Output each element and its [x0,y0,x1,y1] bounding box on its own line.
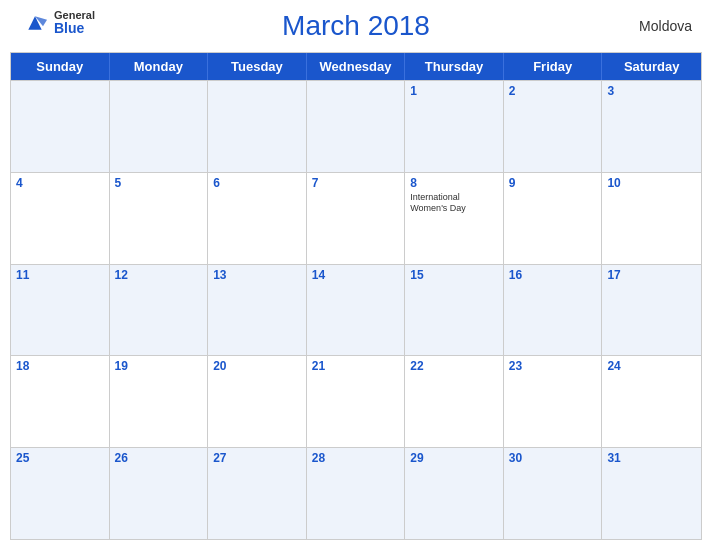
day-cell-6-1-2: 6 [208,173,307,264]
day-number: 26 [115,451,128,465]
day-cell-empty-0-1 [110,81,209,172]
day-cell-11-2-0: 11 [11,265,110,356]
day-number: 29 [410,451,423,465]
header-wednesday: Wednesday [307,53,406,80]
day-number: 12 [115,268,128,282]
day-number: 6 [213,176,220,190]
day-number: 18 [16,359,29,373]
weeks-container: 12345678International Women's Day9101112… [11,80,701,539]
header-friday: Friday [504,53,603,80]
day-number: 15 [410,268,423,282]
day-number: 17 [607,268,620,282]
day-cell-16-2-5: 16 [504,265,603,356]
day-cell-31-4-6: 31 [602,448,701,539]
day-number: 20 [213,359,226,373]
day-number: 10 [607,176,620,190]
day-cell-19-3-1: 19 [110,356,209,447]
week-row-3: 11121314151617 [11,264,701,356]
logo: General Blue [20,10,95,35]
day-number: 27 [213,451,226,465]
week-row-5: 25262728293031 [11,447,701,539]
day-cell-24-3-6: 24 [602,356,701,447]
day-cell-2-0-5: 2 [504,81,603,172]
day-number: 28 [312,451,325,465]
event-label: International Women's Day [410,192,498,215]
day-number: 2 [509,84,516,98]
day-number: 25 [16,451,29,465]
day-cell-20-3-2: 20 [208,356,307,447]
day-number: 16 [509,268,522,282]
day-number: 31 [607,451,620,465]
day-cell-28-4-3: 28 [307,448,406,539]
calendar-grid: Sunday Monday Tuesday Wednesday Thursday… [10,52,702,540]
day-number: 22 [410,359,423,373]
week-row-1: 123 [11,80,701,172]
day-number: 1 [410,84,417,98]
day-cell-22-3-4: 22 [405,356,504,447]
day-cell-27-4-2: 27 [208,448,307,539]
day-number: 9 [509,176,516,190]
header-tuesday: Tuesday [208,53,307,80]
day-cell-10-1-6: 10 [602,173,701,264]
day-cell-4-1-0: 4 [11,173,110,264]
day-number: 30 [509,451,522,465]
day-cell-29-4-4: 29 [405,448,504,539]
day-cell-12-2-1: 12 [110,265,209,356]
calendar-title: March 2018 [282,10,430,42]
header-saturday: Saturday [602,53,701,80]
day-cell-empty-0-3 [307,81,406,172]
day-cell-30-4-5: 30 [504,448,603,539]
day-cell-empty-0-0 [11,81,110,172]
day-number: 11 [16,268,29,282]
day-cell-13-2-2: 13 [208,265,307,356]
day-cell-empty-0-2 [208,81,307,172]
day-number: 14 [312,268,325,282]
day-cell-26-4-1: 26 [110,448,209,539]
logo-blue: Blue [54,21,95,35]
day-number: 24 [607,359,620,373]
calendar-container: General Blue March 2018 Moldova Sunday M… [0,0,712,550]
day-number: 7 [312,176,319,190]
day-number: 21 [312,359,325,373]
week-row-4: 18192021222324 [11,355,701,447]
calendar-header: General Blue March 2018 Moldova [0,0,712,47]
header-thursday: Thursday [405,53,504,80]
day-cell-9-1-5: 9 [504,173,603,264]
country-label: Moldova [639,18,692,34]
day-cell-8-1-4: 8International Women's Day [405,173,504,264]
day-cell-23-3-5: 23 [504,356,603,447]
day-cell-7-1-3: 7 [307,173,406,264]
day-cell-3-0-6: 3 [602,81,701,172]
day-cell-17-2-6: 17 [602,265,701,356]
week-row-2: 45678International Women's Day910 [11,172,701,264]
day-cell-1-0-4: 1 [405,81,504,172]
header-monday: Monday [110,53,209,80]
day-cell-5-1-1: 5 [110,173,209,264]
day-number: 3 [607,84,614,98]
day-cell-15-2-4: 15 [405,265,504,356]
header-sunday: Sunday [11,53,110,80]
day-cell-18-3-0: 18 [11,356,110,447]
day-headers-row: Sunday Monday Tuesday Wednesday Thursday… [11,53,701,80]
day-number: 19 [115,359,128,373]
day-number: 8 [410,176,417,190]
day-cell-21-3-3: 21 [307,356,406,447]
logo-icon [20,13,50,33]
day-number: 5 [115,176,122,190]
day-number: 13 [213,268,226,282]
day-cell-25-4-0: 25 [11,448,110,539]
day-number: 4 [16,176,23,190]
day-number: 23 [509,359,522,373]
day-cell-14-2-3: 14 [307,265,406,356]
